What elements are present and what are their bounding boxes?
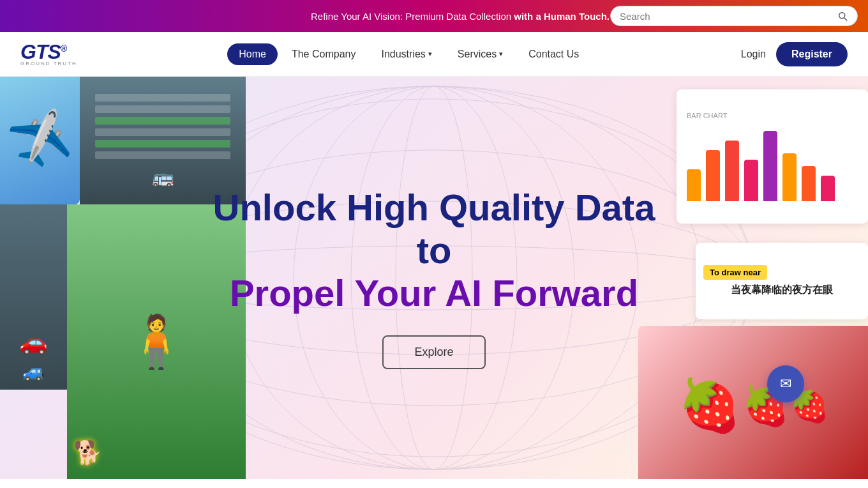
logo-text: GTS® [20,42,66,62]
hero-title: Unlock High Quality Data to Propel Your … [211,187,657,314]
traffic-image: 🚌 [80,77,246,204]
chart-bar-8 [821,176,835,201]
hero-content: Unlock High Quality Data to Propel Your … [198,187,670,369]
hero-right-collage: BAR CHART To draw near 当夜幕降临的夜方在眼 [638,77,868,479]
register-button[interactable]: Register [776,42,848,66]
logo-tagline: GROUND TRUTH [20,61,77,66]
email-float-button[interactable]: ✉ [767,365,804,402]
logo[interactable]: GTS® GROUND TRUTH [20,42,77,66]
nav-item-home[interactable]: Home [227,43,278,65]
dog-outline: 🐕 [73,439,102,466]
search-icon [837,10,848,22]
explore-button[interactable]: Explore [382,335,485,369]
banner-bold-text: with a Human Touch. [514,11,610,22]
search-box[interactable] [610,6,858,26]
nav: Home The Company Industries ▾ Services ▾… [227,43,590,65]
plane-image: ✈️ [0,77,80,204]
chart-label: BAR CHART [687,112,858,119]
email-icon: ✉ [780,376,791,392]
hero-section: ✈️ 🚌 🚗 🚙 🧍 🐕 [0,77,868,479]
chart-bar-4 [744,160,758,201]
chart-bars [687,125,858,201]
hero-title-line2: Propel Your AI Forward [211,272,657,315]
chart-bar-5 [763,131,777,201]
chart-bar-2 [706,150,720,201]
text-card-yellow-label: To draw near [703,265,767,280]
person-emoji: 🧍 [124,312,188,372]
bus-image: 🚗 🚙 [0,204,67,390]
top-banner: Refine Your AI Vision: Premium Data Coll… [0,0,868,32]
banner-text: Refine Your AI Vision: Premium Data Coll… [310,11,610,22]
text-card-chinese: 当夜幕降临的夜方在眼 [731,284,833,297]
search-input[interactable] [620,11,837,22]
strawberry-image: 🍓 🍓 🍓 [638,326,868,479]
header: GTS® GROUND TRUTH Home The Company Indus… [0,32,868,77]
nav-item-the-company[interactable]: The Company [280,43,368,65]
services-chevron-icon: ▾ [499,50,503,58]
strawberry-emoji: 🍓 [678,376,742,436]
hero-title-line1: Unlock High Quality Data to [211,187,657,271]
header-right: Login Register [741,42,848,66]
banner-normal-text: Refine Your AI Vision: Premium Data Coll… [311,11,514,22]
chart-bar-6 [782,153,797,201]
industries-chevron-icon: ▾ [428,50,432,58]
chart-bar-7 [802,166,816,201]
text-card: To draw near 当夜幕降临的夜方在眼 [696,243,868,319]
chart-bar-3 [725,141,739,201]
nav-item-contact-us[interactable]: Contact Us [517,43,590,65]
chart-bar-1 [687,169,701,201]
nav-item-industries[interactable]: Industries ▾ [370,43,443,65]
login-button[interactable]: Login [741,49,766,60]
bus-emoji: 🚌 [152,167,174,188]
search-button[interactable] [837,10,848,22]
plane-emoji: ✈️ [4,105,77,176]
nav-item-services[interactable]: Services ▾ [446,43,514,65]
chart-card: BAR CHART [677,89,868,224]
